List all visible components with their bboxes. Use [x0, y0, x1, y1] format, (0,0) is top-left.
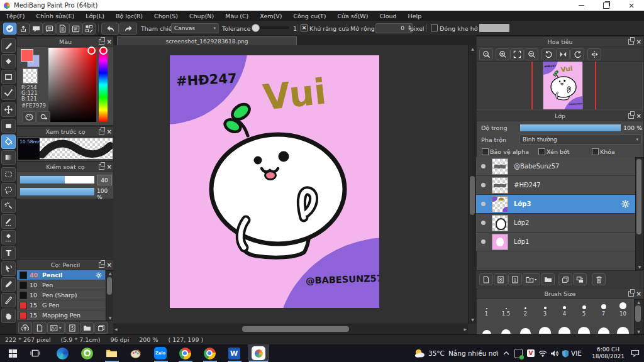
- cloud-save-button[interactable]: [3, 23, 16, 35]
- chat-lines-button[interactable]: [43, 23, 56, 35]
- taskbar-explorer[interactable]: [104, 346, 119, 361]
- scroll-up-icon[interactable]: ▲: [635, 300, 643, 305]
- tolerance-slider[interactable]: [252, 26, 289, 29]
- brush-settings-gear-icon[interactable]: [95, 272, 103, 279]
- scrollbar-thumb[interactable]: [635, 305, 641, 322]
- taskbar-zalo[interactable]: Zalo: [153, 346, 168, 361]
- layer-merge-button[interactable]: [573, 273, 587, 285]
- nav-flip-button[interactable]: [587, 48, 601, 60]
- menu-edit[interactable]: Chỉnh sửa(E): [31, 13, 80, 19]
- tolerance-slider-knob[interactable]: [252, 24, 260, 32]
- grid-settings-button[interactable]: [82, 23, 96, 35]
- tool-select-eraser[interactable]: [1, 230, 16, 244]
- brush-size-cell[interactable]: [574, 317, 594, 334]
- tool-transform[interactable]: [1, 261, 16, 276]
- brush-size-cell[interactable]: [516, 317, 536, 334]
- brush-size-cell[interactable]: 1: [477, 299, 497, 317]
- brush-size-cell[interactable]: 2: [516, 299, 536, 317]
- scroll-down-icon[interactable]: ▼: [635, 329, 643, 334]
- brush-size-slider[interactable]: [20, 176, 94, 184]
- taskbar-medibang-palette[interactable]: [128, 346, 143, 361]
- brush-size-value[interactable]: 40: [97, 175, 112, 185]
- lock-checkbox[interactable]: [592, 148, 599, 155]
- taskbar-chrome-2[interactable]: [202, 346, 217, 361]
- tool-select-rect[interactable]: [1, 167, 16, 182]
- close-button[interactable]: ×: [619, 0, 644, 11]
- brush-size-cell[interactable]: 3: [535, 299, 555, 317]
- brush-row-pencil[interactable]: 40 Pencil: [17, 270, 105, 280]
- brush-size-cell[interactable]: [613, 317, 633, 334]
- brush-opacity-slider[interactable]: [20, 188, 94, 195]
- scrollbar-thumb[interactable]: [242, 326, 349, 332]
- tool-magic-wand[interactable]: [1, 199, 16, 213]
- popout-icon[interactable]: [99, 262, 104, 268]
- undo-button[interactable]: [101, 23, 119, 35]
- menu-layer[interactable]: Lớp(L): [80, 13, 110, 19]
- brush-new-button[interactable]: [33, 322, 47, 334]
- brush-size-header[interactable]: Brush Size ×: [477, 289, 643, 299]
- canvas-vscrollbar[interactable]: ▲ ▼: [468, 45, 477, 324]
- layer-visibility-dot[interactable]: [481, 202, 486, 206]
- layer-visibility-dot[interactable]: [481, 239, 486, 244]
- close-icon[interactable]: ×: [636, 291, 641, 297]
- tool-gradient[interactable]: [1, 150, 16, 165]
- redo-button[interactable]: [119, 23, 137, 35]
- brush-script-button[interactable]: [65, 322, 79, 334]
- tool-shape-rect[interactable]: [1, 70, 16, 84]
- expand-stepper[interactable]: 0 ▲▼: [375, 23, 413, 33]
- layer-duplicate-button[interactable]: [558, 273, 572, 285]
- brush-size-cell[interactable]: 5: [574, 299, 594, 317]
- layer-row-lop3[interactable]: Lớp3: [476, 195, 635, 214]
- brush-row-mapping-pen[interactable]: 15 Mapping Pen: [17, 310, 105, 321]
- layers-scrollbar[interactable]: ▼: [635, 157, 644, 270]
- layer-add-folder-button[interactable]: [523, 273, 540, 285]
- weather-widget-icon[interactable]: [412, 346, 427, 361]
- popout-icon[interactable]: [99, 129, 104, 134]
- close-icon[interactable]: ×: [107, 262, 112, 268]
- language-indicator[interactable]: VIE: [571, 349, 582, 357]
- menu-snap[interactable]: Chụp(N): [184, 13, 219, 19]
- nav-rotate-right-button[interactable]: [570, 48, 584, 60]
- brush-upload-button[interactable]: [18, 322, 32, 334]
- comment-button[interactable]: [30, 23, 43, 35]
- layer-new-button[interactable]: [479, 273, 493, 285]
- tool-polyline[interactable]: [1, 85, 16, 100]
- layers-header[interactable]: Lớp ×: [477, 111, 643, 121]
- layer-row-lop2[interactable]: Lớp2: [476, 214, 635, 233]
- brush-row-pen[interactable]: 10 Pen: [17, 280, 105, 290]
- nav-rotate-left-button[interactable]: [541, 48, 555, 60]
- weather-temp[interactable]: 35°C: [428, 349, 445, 357]
- tool-hand[interactable]: [1, 309, 16, 323]
- taskbar-chrome-1[interactable]: [177, 346, 192, 361]
- menu-color[interactable]: Màu (C): [219, 13, 254, 19]
- foreground-color-swatch[interactable]: [21, 49, 33, 62]
- layer-visibility-dot[interactable]: [481, 221, 486, 225]
- brush-size-cell[interactable]: 4: [555, 299, 575, 317]
- menu-tools[interactable]: Công cụ(T): [287, 13, 331, 19]
- close-gap-swatch[interactable]: [479, 24, 509, 32]
- brush-new-image-button[interactable]: [47, 322, 65, 334]
- brush-size-cell[interactable]: [477, 317, 497, 334]
- tool-bucket[interactable]: [1, 134, 16, 149]
- start-button[interactable]: [5, 346, 20, 361]
- taskbar-coccoc[interactable]: [79, 346, 94, 361]
- scroll-down-icon[interactable]: ▼: [636, 265, 643, 270]
- canvas-artwork[interactable]: [170, 55, 379, 308]
- alpha-protect-checkbox[interactable]: [482, 148, 489, 155]
- taskbar-word[interactable]: W: [226, 346, 242, 361]
- nav-zoom-in-button[interactable]: [496, 48, 509, 60]
- navigator-header[interactable]: Hoa tiêu ×: [477, 37, 643, 47]
- brush-size-scrollbar[interactable]: ▲ ▼: [634, 299, 643, 335]
- clock[interactable]: 6:00 CH 18/08/2021: [590, 346, 626, 360]
- scroll-right-icon[interactable]: ▶: [464, 327, 467, 332]
- nav-zoom-out-button[interactable]: [525, 48, 538, 60]
- taskbar-active-tile[interactable]: [248, 344, 269, 362]
- color-panel-header[interactable]: Màu ×: [17, 37, 114, 47]
- transparent-color-swatch[interactable]: [23, 69, 38, 84]
- saturation-value-picker[interactable]: [48, 48, 96, 122]
- action-center-button[interactable]: [628, 346, 643, 361]
- canvas-hscrollbar[interactable]: ◀ ▶: [113, 324, 468, 334]
- brush-folder-button[interactable]: [80, 322, 94, 334]
- minimize-button[interactable]: [569, 0, 594, 11]
- scroll-left-icon[interactable]: ◀: [114, 327, 118, 332]
